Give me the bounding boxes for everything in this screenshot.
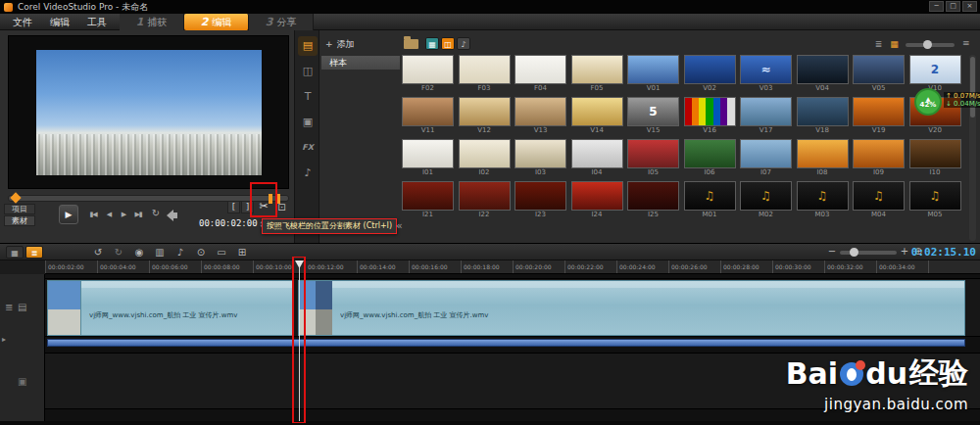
thumbnail-image[interactable]: [740, 139, 792, 168]
timeline-view-button[interactable]: ≣: [25, 246, 43, 259]
library-thumbnail[interactable]: ♫ M03: [797, 181, 851, 219]
repeat-button[interactable]: ↻: [149, 207, 163, 220]
thumbnail-image[interactable]: 5: [627, 97, 679, 126]
library-thumbnail[interactable]: I23: [514, 181, 568, 219]
tab-capture[interactable]: 1捕获: [120, 14, 184, 30]
thumbnail-image[interactable]: [797, 139, 849, 168]
title-icon[interactable]: T: [298, 87, 318, 107]
volume-icon[interactable]: [167, 210, 180, 221]
library-thumbnail[interactable]: V04: [797, 55, 851, 93]
library-thumbnail[interactable]: I10: [909, 139, 963, 177]
thumbnail-image[interactable]: [402, 97, 454, 126]
thumbnail-image[interactable]: [627, 181, 679, 211]
thumbnail-image[interactable]: [402, 139, 454, 168]
timeline-zoom-slider[interactable]: [840, 251, 897, 255]
thumbnail-image[interactable]: [514, 139, 566, 168]
library-thumbnail[interactable]: V02: [684, 55, 738, 93]
library-thumbnail[interactable]: 5 V15: [627, 97, 681, 135]
library-thumbnail[interactable]: V18: [797, 97, 851, 135]
library-thumbnail[interactable]: ♫ M04: [853, 181, 906, 219]
thumbnail-image[interactable]: [571, 181, 623, 211]
tab-edit[interactable]: 2编辑: [184, 14, 249, 30]
end-button[interactable]: ▶▮: [131, 208, 145, 221]
list-view-icon[interactable]: ≣: [872, 38, 885, 50]
thumbnail-image[interactable]: [627, 55, 679, 84]
thumbnail-image[interactable]: [459, 181, 511, 211]
close-button[interactable]: ×: [962, 1, 977, 12]
thumbnail-image[interactable]: [459, 55, 511, 84]
thumbnail-image[interactable]: [571, 97, 623, 126]
zoom-in-icon[interactable]: +: [899, 246, 910, 257]
thumbnail-image[interactable]: [402, 181, 454, 211]
library-thumbnail[interactable]: F05: [571, 55, 625, 93]
thumbnail-image[interactable]: [684, 55, 736, 84]
library-thumbnail[interactable]: F02: [402, 55, 456, 93]
redo-icon[interactable]: ↻: [111, 246, 126, 259]
thumbnail-image[interactable]: ♫: [797, 181, 849, 211]
library-thumbnail[interactable]: F04: [514, 55, 568, 93]
grid-view-icon[interactable]: ▦: [888, 38, 901, 50]
mark-in-button[interactable]: [: [227, 201, 240, 213]
library-thumbnail[interactable]: I09: [853, 139, 906, 177]
video-clip-1[interactable]: vj师网_www.vjshi.com_航拍 工业 宣传片.wmv: [47, 280, 294, 336]
library-thumbnail[interactable]: I02: [459, 139, 513, 177]
minimize-button[interactable]: ─: [929, 1, 944, 12]
library-thumbnail[interactable]: I06: [684, 139, 738, 177]
thumbnail-image[interactable]: [853, 139, 905, 168]
library-thumbnail[interactable]: I24: [571, 181, 625, 219]
thumbnail-image[interactable]: [459, 97, 511, 126]
thumbnail-image[interactable]: ♫: [740, 181, 792, 211]
scrub-marker-icon[interactable]: [10, 192, 21, 203]
thumbnail-image[interactable]: [797, 55, 849, 84]
track-list-icon[interactable]: ≣: [5, 302, 13, 312]
add-folder-button[interactable]: +添加: [325, 38, 355, 51]
record-icon[interactable]: ◉: [131, 246, 147, 259]
track-manager-icon[interactable]: ⊞: [234, 246, 250, 259]
thumbnail-image[interactable]: [684, 97, 736, 126]
thumbnail-image[interactable]: [514, 97, 566, 126]
library-thumbnail[interactable]: I07: [740, 139, 794, 177]
thumbnail-image[interactable]: [740, 97, 792, 126]
thumbnail-size-slider[interactable]: [906, 43, 955, 47]
collapse-chevrons-icon[interactable]: «: [396, 219, 403, 232]
library-thumbnail[interactable]: V11: [402, 97, 456, 135]
library-thumbnail[interactable]: F03: [459, 55, 513, 93]
library-menu-icon[interactable]: ≡: [962, 38, 970, 48]
sound-mixer-icon[interactable]: ▥: [152, 246, 168, 259]
thumbnail-image[interactable]: [627, 139, 679, 168]
thumbnail-image[interactable]: [853, 55, 905, 84]
library-thumbnail[interactable]: I08: [797, 139, 851, 177]
audio-icon[interactable]: ♪: [298, 164, 318, 183]
thumbnail-image[interactable]: [797, 97, 849, 126]
library-thumbnail[interactable]: ≈ V03: [740, 55, 794, 93]
video-track-lane[interactable]: vj师网_www.vjshi.com_航拍 工业 宣传片.wmv vj师网_ww…: [45, 278, 980, 337]
thumbnail-image[interactable]: [459, 139, 511, 168]
slider-handle[interactable]: [923, 40, 932, 49]
thumbnail-image[interactable]: ♫: [684, 181, 736, 211]
filter-fx-icon[interactable]: FX: [298, 138, 318, 158]
thumbnail-image[interactable]: [571, 139, 623, 168]
video-clip-2[interactable]: vj师网_www.vjshi.com_航拍 工业 宣传片.wmv: [298, 280, 965, 336]
gallery-item-samples[interactable]: 样本: [321, 56, 400, 70]
library-thumbnail[interactable]: ♫ M02: [740, 181, 794, 219]
thumbnail-image[interactable]: [571, 55, 623, 84]
library-scrollbar[interactable]: [969, 55, 976, 241]
maximize-button[interactable]: □: [946, 1, 960, 12]
auto-music-icon[interactable]: ♪: [172, 246, 188, 259]
library-thumbnail[interactable]: V12: [459, 97, 513, 135]
library-thumbnail[interactable]: V17: [740, 97, 794, 135]
filter-video-button[interactable]: ▦: [425, 37, 439, 50]
zoom-slider-handle[interactable]: [850, 248, 858, 257]
timeline-ruler[interactable]: 00:00:02:0000:00:04:0000:00:06:0000:00:0…: [45, 260, 980, 274]
thumbnail-image[interactable]: [684, 139, 736, 168]
library-thumbnail[interactable]: I04: [571, 139, 625, 177]
menu-item[interactable]: 文件: [4, 14, 41, 30]
library-thumbnail[interactable]: ♫ M05: [909, 181, 963, 219]
transition-icon[interactable]: ◫: [298, 62, 318, 81]
library-thumbnail[interactable]: I22: [459, 181, 513, 219]
step-back-button[interactable]: ◀: [102, 208, 116, 221]
storyboard-view-button[interactable]: ▦: [6, 246, 24, 259]
graphic-icon[interactable]: ▣: [298, 113, 318, 132]
step-forward-button[interactable]: ▶: [117, 208, 130, 221]
thumbnail-image[interactable]: ♫: [853, 181, 905, 211]
